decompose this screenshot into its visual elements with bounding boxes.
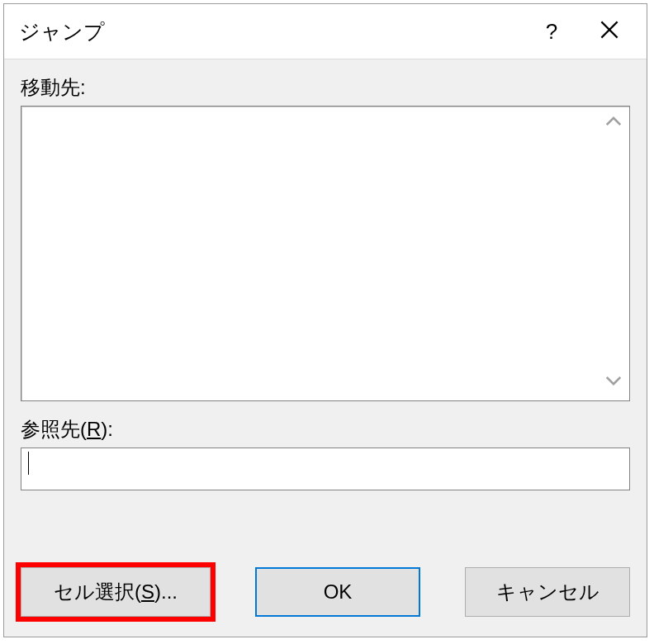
scroll-up-button[interactable]	[602, 112, 625, 135]
special-button[interactable]: セル選択(S)...	[21, 567, 211, 617]
go-to-listbox[interactable]	[21, 106, 630, 401]
reference-label: 参照先(R):	[21, 416, 630, 443]
scroll-down-button[interactable]	[602, 372, 625, 395]
special-button-prefix: セル選択(	[54, 579, 141, 605]
go-to-listbox-wrap	[21, 106, 630, 401]
close-icon	[600, 18, 618, 45]
reference-label-suffix: ):	[101, 418, 113, 440]
ok-button-label: OK	[324, 580, 353, 604]
chevron-down-icon	[604, 372, 623, 395]
close-button[interactable]	[581, 7, 638, 56]
special-button-suffix: )...	[154, 580, 178, 604]
button-row: セル選択(S)... OK キャンセル	[21, 567, 630, 620]
special-button-mnemonic: S	[141, 580, 154, 604]
reference-label-prefix: 参照先(	[21, 418, 87, 440]
dialog-body: 移動先: 参照先(R):	[4, 59, 647, 637]
reference-input[interactable]	[21, 447, 630, 490]
titlebar: ジャンプ ?	[4, 4, 647, 59]
go-to-dialog: ジャンプ ? 移動先: 参照先(R):	[3, 3, 647, 637]
cancel-button[interactable]: キャンセル	[465, 567, 630, 617]
go-to-label: 移動先:	[21, 74, 630, 101]
reference-row	[21, 447, 630, 490]
cancel-button-label: キャンセル	[496, 579, 600, 605]
ok-button[interactable]: OK	[255, 567, 420, 617]
special-button-highlight: セル選択(S)...	[21, 567, 211, 617]
text-caret	[28, 452, 29, 475]
reference-label-mnemonic: R	[87, 418, 101, 440]
help-icon: ?	[546, 19, 557, 45]
dialog-title: ジャンプ	[19, 18, 523, 45]
help-button[interactable]: ?	[523, 7, 581, 56]
chevron-up-icon	[604, 112, 623, 135]
